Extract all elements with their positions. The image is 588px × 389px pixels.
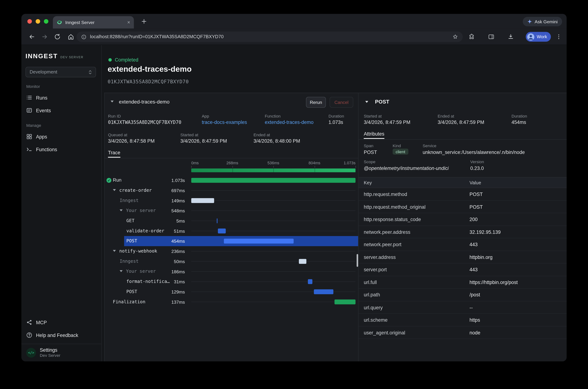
address-bar[interactable]: localhost:8288/run?runID=01KJXTWA35SA8D2…: [77, 32, 463, 42]
tab-attributes[interactable]: Attributes: [364, 131, 384, 139]
attribute-key: network.peer.port: [364, 242, 401, 247]
trace-span-bar[interactable]: [191, 198, 214, 203]
cancel-button[interactable]: Cancel: [330, 97, 353, 108]
extensions-icon[interactable]: [468, 33, 475, 40]
trace-row-validate-order[interactable]: validate-order51ms: [105, 226, 358, 236]
environment-select[interactable]: Development: [26, 67, 96, 77]
zoom-window-button[interactable]: [44, 19, 48, 24]
browser-tab[interactable]: Inngest Server ×: [53, 16, 134, 29]
chevron-down-icon[interactable]: [120, 270, 123, 272]
sidebar-item-events[interactable]: Events: [23, 105, 100, 116]
span-duration: 149ms: [155, 198, 185, 203]
span-duration: 31ms: [155, 279, 185, 285]
attribute-value: 200: [470, 217, 478, 222]
attributes-table-body: http.request.methodPOSThttp.request.meth…: [358, 188, 567, 339]
timeline-track: [191, 302, 355, 302]
sidebar-settings[interactable]: </> Settings Dev Server: [22, 344, 101, 361]
trace-span-bar[interactable]: [217, 218, 217, 223]
attribute-value: node: [470, 330, 480, 335]
app-link[interactable]: trace-docs-examples: [202, 119, 247, 125]
collapse-details-icon[interactable]: [365, 101, 368, 103]
attribute-value: /post: [470, 292, 480, 298]
profile-button[interactable]: Work: [526, 32, 551, 42]
trace-row-inngest[interactable]: Inngest149ms: [105, 195, 358, 206]
trace-row-your-server[interactable]: Your server186ms: [105, 266, 358, 277]
trace-span-bar[interactable]: [218, 228, 226, 233]
trace-row-inngest[interactable]: Inngest50ms: [105, 256, 358, 266]
close-window-button[interactable]: [28, 19, 32, 24]
attribute-row: user_agent.originalnode: [358, 326, 567, 339]
forward-button[interactable]: [41, 33, 48, 40]
attribute-value: 443: [470, 267, 478, 272]
trace-row-finalization[interactable]: Finalization137ms: [105, 297, 358, 307]
trace-row-create-order[interactable]: create-order697ms: [105, 185, 358, 195]
browser-menu-icon[interactable]: [556, 33, 562, 40]
attribute-value: https: [470, 317, 480, 323]
back-button[interactable]: [29, 33, 35, 40]
trace-row-notify-webhook[interactable]: notify-webhook236ms: [105, 246, 358, 256]
run-id-label: Run ID: [108, 114, 121, 118]
attribute-row: url.path/post: [358, 289, 567, 301]
attribute-row: network.peer.port443: [358, 238, 567, 251]
trace-row-post[interactable]: POST129ms: [105, 287, 358, 297]
scrollbar-thumb[interactable]: [356, 254, 358, 267]
attribute-row: url.fullhttps://httpbin.org/post: [358, 276, 567, 289]
sidebar-item-runs[interactable]: Runs: [23, 92, 100, 103]
new-tab-button[interactable]: [141, 18, 147, 25]
sidebar-item-mcp[interactable]: MCP: [23, 317, 100, 328]
duration-label: Duration: [328, 114, 344, 118]
tab-strip: Inngest Server × Ask Gemini: [22, 14, 567, 28]
span-name: Inngest: [120, 198, 139, 203]
chevron-down-icon[interactable]: [113, 189, 116, 191]
span-duration: 50ms: [155, 259, 185, 264]
home-button[interactable]: [67, 33, 74, 40]
span-duration: 5ms: [155, 218, 185, 224]
inngest-logo: INNGEST DEV SERVER: [26, 53, 84, 60]
trace-span-bar[interactable]: [314, 289, 333, 294]
trace-row-run[interactable]: ✓Run1.073s: [105, 175, 358, 185]
reload-button[interactable]: [54, 33, 61, 40]
timeline-tick-label: 536ms: [267, 161, 279, 165]
run-id-value: 01KJXTWA35SA8D2MCQF7BXYD70: [108, 119, 181, 125]
function-link[interactable]: extended-traces-demo: [265, 119, 313, 125]
trace-row-your-server[interactable]: Your server548ms: [105, 206, 358, 216]
span-name: GET: [126, 218, 135, 223]
collapse-trace-icon[interactable]: [111, 101, 114, 102]
span-duration: 548ms: [155, 208, 185, 214]
ask-gemini-button[interactable]: Ask Gemini: [523, 17, 562, 26]
sidebar-item-help-and-feedback[interactable]: Help and Feedback: [23, 330, 100, 340]
rerun-button[interactable]: Rerun: [306, 97, 326, 108]
span-duration: 186ms: [155, 269, 185, 274]
sidebar-item-apps[interactable]: Apps: [23, 131, 100, 142]
timeline-track: [191, 211, 355, 211]
trace-span-bar[interactable]: [224, 239, 294, 244]
span-duration: 1.073s: [155, 178, 185, 183]
runs-icon: [26, 95, 32, 101]
trace-span-bar[interactable]: [191, 178, 355, 183]
trace-span-bar[interactable]: [308, 279, 313, 284]
trace-span-bar[interactable]: [299, 259, 306, 264]
browser-toolbar: localhost:8288/run?runID=01KJXTWA35SA8D2…: [22, 29, 567, 45]
trace-row-get[interactable]: GET5ms: [105, 216, 358, 226]
chevron-down-icon[interactable]: [113, 250, 116, 252]
trace-span-bar[interactable]: [335, 299, 355, 304]
run-id: 01KJXTWA35SA8D2MCQF7BXYD70: [108, 79, 189, 84]
site-info-icon[interactable]: [81, 34, 87, 40]
trace-row-post[interactable]: POST454ms: [105, 236, 358, 246]
chevron-down-icon[interactable]: [120, 209, 123, 211]
side-panel-icon[interactable]: [488, 33, 495, 40]
tab-close-icon[interactable]: ×: [127, 20, 130, 25]
queued-at-value: 3/4/2026, 8:47:58 PM: [108, 138, 154, 144]
minimize-window-button[interactable]: [36, 19, 40, 24]
desktop: Inngest Server × Ask Gemini: [0, 0, 588, 389]
sidebar-section-label: Manage: [26, 123, 96, 128]
bookmark-star-icon[interactable]: [452, 34, 458, 40]
downloads-icon[interactable]: [507, 33, 514, 40]
trace-row-format-notifica[interactable]: format-notifica…31ms: [105, 277, 358, 287]
trace-card: extended-traces-demo Rerun Cancel Run ID…: [104, 93, 566, 361]
attribute-key: http.request.method_original: [364, 204, 426, 210]
apps-icon: [26, 133, 32, 140]
sidebar-item-functions[interactable]: Functions: [23, 144, 100, 155]
tab-trace[interactable]: Trace: [108, 150, 120, 158]
started-at-label: Started at: [180, 132, 198, 137]
